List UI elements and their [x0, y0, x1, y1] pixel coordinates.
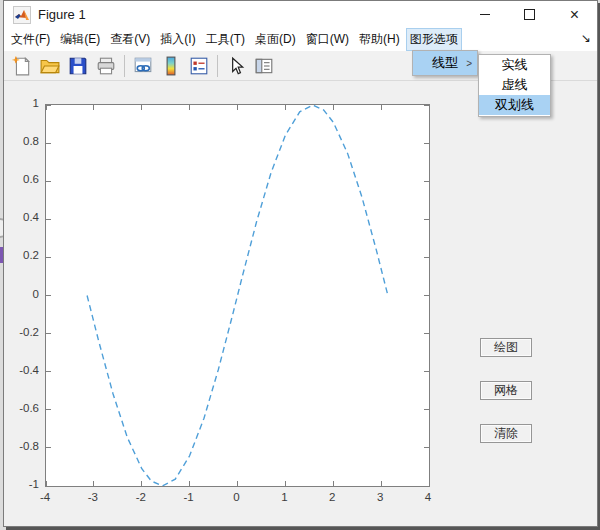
insert-legend-icon[interactable] — [189, 56, 209, 76]
menu-view[interactable]: 查看(V) — [106, 28, 154, 51]
menu-item-dashed-line[interactable]: 虚线 — [479, 75, 550, 95]
axis-tick — [46, 105, 47, 110]
figure-window: Figure 1 × 文件(F) 编辑(E) 查看(V) 插入(I) 工具(T)… — [3, 0, 598, 527]
menu-desktop[interactable]: 桌面(D) — [251, 28, 300, 51]
tick-label: -3 — [78, 491, 108, 503]
maximize-icon — [524, 9, 535, 20]
axis-tick — [46, 295, 51, 296]
clear-button[interactable]: 清除 — [480, 424, 532, 443]
tick-label: -1 — [174, 491, 204, 503]
link-plot-icon[interactable] — [133, 56, 153, 76]
axis-tick — [93, 105, 94, 110]
axis-tick — [424, 486, 429, 487]
print-icon[interactable] — [96, 56, 116, 76]
menu-item-solid-line-label: 实线 — [502, 56, 528, 74]
tick-label: -4 — [30, 491, 60, 503]
axis-tick — [285, 105, 286, 110]
menu-tools[interactable]: 工具(T) — [202, 28, 249, 51]
minimize-button[interactable] — [462, 1, 507, 28]
axis-tick — [189, 481, 190, 486]
menu-graph-options[interactable]: 图形选项 — [406, 28, 462, 51]
minimize-icon — [480, 14, 490, 15]
matlab-logo-icon — [13, 6, 31, 24]
dock-arrow-icon[interactable]: ↘ — [581, 32, 591, 44]
menu-item-dashed-line-label: 虚线 — [502, 76, 528, 94]
tick-label: -2 — [126, 491, 156, 503]
axis-tick — [46, 371, 51, 372]
property-editor-icon[interactable] — [254, 56, 274, 76]
save-icon[interactable] — [68, 56, 88, 76]
tick-label: -1 — [7, 478, 39, 490]
tick-label: 0 — [7, 288, 39, 300]
axis-tick — [424, 257, 429, 258]
tick-label: -0.4 — [7, 364, 39, 376]
axis-tick — [46, 143, 51, 144]
axis-tick — [424, 219, 429, 220]
axis-tick — [424, 409, 429, 410]
tick-label: 0.6 — [7, 173, 39, 185]
graph-options-menu: 线型 > — [412, 50, 478, 76]
toolbar-separator — [124, 55, 125, 77]
tick-label: 3 — [365, 491, 395, 503]
axis-tick — [333, 105, 334, 110]
close-icon: × — [570, 7, 579, 23]
axis-tick — [46, 105, 51, 106]
tick-label: -0.2 — [7, 326, 39, 338]
grid-button[interactable]: 网格 — [480, 381, 532, 400]
title-bar[interactable]: Figure 1 × — [4, 1, 597, 28]
tick-label: 0.8 — [7, 135, 39, 147]
maximize-button[interactable] — [507, 1, 552, 28]
tick-label: -0.8 — [7, 440, 39, 452]
insert-colorbar-icon[interactable] — [161, 56, 181, 76]
menu-file[interactable]: 文件(F) — [7, 28, 54, 51]
tick-label: 0 — [222, 491, 252, 503]
tick-label: 1 — [7, 97, 39, 109]
close-button[interactable]: × — [552, 1, 597, 28]
plot-axes — [45, 104, 430, 487]
edit-plot-icon[interactable] — [226, 56, 246, 76]
sine-curve — [46, 105, 429, 486]
axis-tick — [381, 105, 382, 110]
menu-item-line-type-label: 线型 — [432, 54, 458, 72]
submenu-arrow-icon: > — [466, 58, 472, 69]
axis-tick — [46, 447, 51, 448]
menu-item-line-type[interactable]: 线型 > — [413, 51, 477, 75]
toolbar-separator — [217, 55, 218, 77]
open-folder-icon[interactable] — [40, 56, 60, 76]
axis-tick — [237, 105, 238, 110]
axis-tick — [46, 486, 51, 487]
figure-canvas: -4-3-2-101234-1-0.8-0.6-0.4-0.200.20.40.… — [4, 81, 597, 526]
axis-tick — [189, 105, 190, 110]
menu-window[interactable]: 窗口(W) — [302, 28, 353, 51]
axis-tick — [46, 409, 51, 410]
axis-tick — [46, 333, 51, 334]
menu-item-dash-dot-line[interactable]: 双划线 — [479, 95, 550, 115]
tick-label: 0.4 — [7, 211, 39, 223]
axis-tick — [46, 257, 51, 258]
line-type-submenu: 实线 虚线 双划线 — [478, 54, 551, 117]
menu-insert[interactable]: 插入(I) — [156, 28, 199, 51]
menu-help[interactable]: 帮助(H) — [355, 28, 404, 51]
axis-tick — [424, 295, 429, 296]
axis-tick — [424, 371, 429, 372]
axis-tick — [141, 481, 142, 486]
axis-tick — [46, 219, 51, 220]
plot-button[interactable]: 绘图 — [480, 338, 532, 357]
menu-edit[interactable]: 编辑(E) — [56, 28, 104, 51]
tick-label: 0.2 — [7, 249, 39, 261]
axis-tick — [93, 481, 94, 486]
tick-label: -0.6 — [7, 402, 39, 414]
axis-tick — [424, 447, 429, 448]
axis-tick — [141, 105, 142, 110]
tick-label: 4 — [413, 491, 443, 503]
axis-tick — [429, 105, 430, 110]
axis-tick — [424, 105, 429, 106]
new-document-icon[interactable] — [12, 56, 32, 76]
axis-tick — [46, 181, 51, 182]
axis-tick — [285, 481, 286, 486]
menu-item-solid-line[interactable]: 实线 — [479, 55, 550, 75]
tick-label: 2 — [317, 491, 347, 503]
menu-item-dash-dot-line-label: 双划线 — [495, 96, 534, 114]
axis-tick — [424, 143, 429, 144]
axis-tick — [424, 181, 429, 182]
